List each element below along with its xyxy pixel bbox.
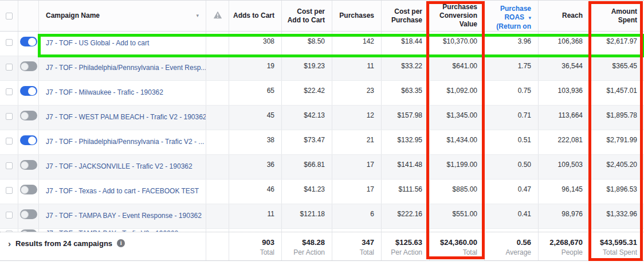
reach-cell: 106,368 [539,32,590,56]
totals-warning-cell [206,232,229,260]
amount-spent-cell: $365.45 [590,56,644,80]
row-checkbox[interactable] [6,162,13,169]
amount-spent-cell: $1,332.96 [590,204,644,228]
warning-cell [206,56,229,80]
cost-per-purchase-cell: $222.16 [382,204,430,228]
campaign-name-link[interactable]: J7 - TOF - TAMPA BAY - Trafic V2 - 19036… [46,229,178,232]
row-checkbox[interactable] [6,64,13,71]
warning-cell [206,106,229,130]
header-purchases-conversion-value[interactable]: Purchases Conversion Value [430,1,485,31]
campaign-toggle[interactable] [20,111,37,120]
campaign-toggle[interactable] [20,135,37,145]
reach-cell: 103,936 [539,81,590,105]
campaign-name-link[interactable]: J7 - TOF - Texas - Add to cart - FACEBOO… [46,187,199,195]
row-checkbox[interactable] [6,39,13,46]
campaign-toggle[interactable] [20,61,37,71]
header-reach[interactable]: Reach [539,1,590,31]
row-checkbox[interactable] [6,187,13,194]
campaign-toggle[interactable] [20,209,37,219]
adds-to-cart-cell: 46 [229,180,282,204]
purchases-cell: 17 [332,180,382,204]
table-row-partial: J7 - TOF - TAMPA BAY - Trafic V2 - 19036… [0,229,644,232]
info-icon[interactable]: i [117,239,125,247]
table-row: J7 - TOF - WEST PALM BEACH - Trafic V2 -… [0,106,644,130]
campaign-name-link[interactable]: J7 - TOF - JACKSONVILLE - Trafic V2 - 19… [46,162,193,170]
table-row: J7 - TOF - Texas - Add to cart - FACEBOO… [0,180,644,204]
campaign-toggle[interactable] [20,229,37,232]
purchases-conversion-value-cell: $1,092.00 [430,81,485,105]
purchases-cell: 21 [332,130,382,154]
header-amount-spent[interactable]: Amount Spent [590,1,644,31]
totals-purchase-roas: 0.56 Average [485,232,539,260]
toggle-knob [28,38,36,46]
results-summary[interactable]: › Results from 24 campaigns i [0,232,206,260]
reach-cell: 96,145 [539,180,590,204]
row-checkbox[interactable] [6,88,13,95]
header-purchases[interactable]: Purchases [332,1,382,31]
cost-per-purchase-cell: $132.95 [382,130,430,154]
results-count-label: Results from 24 campaigns [15,239,112,248]
header-adds-to-cart[interactable]: Adds to Cart [229,1,282,31]
campaign-toggle[interactable] [20,37,37,46]
reach-cell: 113,664 [539,106,590,130]
cost-per-add-to-cart-cell: $41.23 [282,180,332,204]
totals-reach: 2,268,670 People [539,232,590,260]
row-checkbox[interactable] [6,113,13,120]
warning-cell [206,81,229,105]
campaign-toggle[interactable] [20,185,37,194]
purchases-conversion-value-cell: $1,199.00 [430,155,485,179]
campaign-toggle[interactable] [20,160,37,170]
campaign-name-link[interactable]: J7 - TOF - WEST PALM BEACH - Trafic V2 -… [46,113,206,121]
adds-to-cart-cell: 65 [229,81,282,105]
toggle-knob [21,161,29,169]
adds-to-cart-cell: 38 [229,130,282,154]
campaign-name-link[interactable]: J7 - TOF - Philadelphia/Pennsylvania - T… [46,138,204,146]
purchase-roas-cell: 1.75 [485,56,539,80]
header-toggle-cell [18,1,39,31]
campaign-name-link[interactable]: J7 - TOF - Philadelphia/Pennsylvania - E… [46,64,206,72]
toggle-knob [28,87,36,95]
campaign-toggle[interactable] [20,86,37,96]
toggle-knob [21,186,29,194]
purchases-cell: 11 [332,56,382,80]
purchases-cell: 12 [332,106,382,130]
header-cost-per-add-to-cart[interactable]: Cost per Add to Cart [282,1,332,31]
sort-caret-icon[interactable]: ▾ [196,11,199,20]
cost-per-add-to-cart-cell: $22.42 [282,81,332,105]
warning-triangle-icon [213,11,222,21]
purchase-roas-cell: 0.75 [485,81,539,105]
amount-spent-cell: $1,457.01 [590,81,644,105]
adds-to-cart-cell: 11 [229,204,282,228]
cost-per-add-to-cart-cell: $42.13 [282,106,332,130]
totals-adds-to-cart: 903 Total [229,232,282,260]
cost-per-purchase-cell: $33.22 [382,56,430,80]
select-all-checkbox[interactable] [6,13,13,20]
header-checkbox-cell [0,1,18,31]
purchases-conversion-value-cell: $1,345.00 [430,106,485,130]
row-checkbox[interactable] [6,138,13,145]
header-cost-per-purchase[interactable]: Cost per Purchase [382,1,430,31]
row-checkbox[interactable] [6,212,13,219]
header-purchase-roas[interactable]: Purchase ROAS ▾ (Return on [485,1,539,31]
campaign-name-link[interactable]: J7 - TOF - TAMPA BAY - Event Response - … [46,212,202,220]
amount-spent-cell: $2,617.97 [590,32,644,56]
sorted-caret-icon: ▾ [528,15,531,21]
chevron-right-icon[interactable]: › [8,239,11,248]
warning-cell [206,204,229,228]
table-row: J7 - TOF - Philadelphia/Pennsylvania - E… [0,56,644,81]
toggle-knob [21,231,29,232]
table-row: J7 - TOF - US Global - Add to cart 308 $… [0,32,644,56]
amount-spent-cell: $2,405.20 [590,155,644,179]
table-row: J7 - TOF - TAMPA BAY - Event Response - … [0,204,644,229]
purchase-roas-cell: 0.51 [485,130,539,154]
reach-cell: 98,976 [539,204,590,228]
campaign-name-link[interactable]: J7 - TOF - Milwaukee - Trafic - 190362 [46,88,163,96]
cost-per-purchase-cell: $141.48 [382,155,430,179]
row-checkbox[interactable] [6,231,13,232]
campaign-name-link[interactable]: J7 - TOF - US Global - Add to cart [46,39,149,47]
purchase-roas-cell: 0.71 [485,106,539,130]
table-row: J7 - TOF - Milwaukee - Trafic - 190362 6… [0,81,644,106]
header-campaign-name[interactable]: Campaign Name ▾ [39,1,206,31]
totals-cost-per-add-to-cart: $48.28 Per Action [282,232,332,260]
totals-purchases: 347 Total [332,232,382,260]
